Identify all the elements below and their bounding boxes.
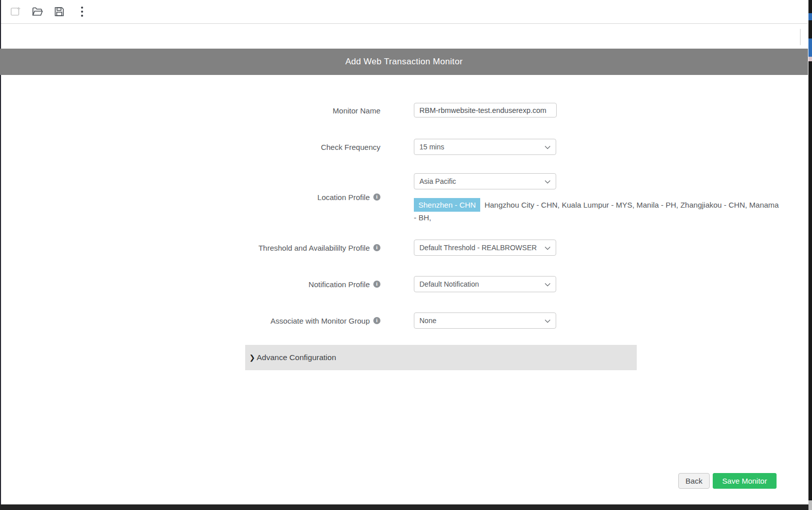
monitor-group-label: Associate with Monitor Group: [270, 317, 370, 325]
chevron-down-icon: [545, 177, 551, 186]
monitor-name-label-row: Monitor Name: [51, 103, 380, 117]
chevron-down-icon: [545, 243, 551, 252]
more-options-button[interactable]: [75, 5, 89, 18]
edge-accent: [808, 500, 812, 510]
threshold-profile-value: Default Threshold - REALBROWSER: [419, 244, 545, 252]
back-button-label: Back: [685, 477, 702, 485]
location-profile-label-row: Location Profile i: [51, 190, 380, 204]
location-profile-value: Asia Pacific: [419, 177, 545, 185]
save-button-toolbar[interactable]: [53, 5, 66, 18]
check-frequency-value: 15 mins: [419, 143, 545, 151]
selected-location-chip[interactable]: Shenzhen - CHN: [414, 198, 480, 212]
chevron-down-icon: [545, 280, 551, 289]
screen-right-edge: [808, 0, 812, 510]
info-icon[interactable]: i: [373, 193, 380, 201]
check-frequency-label: Check Frequency: [321, 143, 380, 151]
open-folder-button[interactable]: [31, 5, 44, 18]
new-file-icon: [10, 6, 22, 18]
notification-profile-select[interactable]: Default Notification: [414, 276, 556, 292]
notification-profile-label: Notification Profile: [308, 280, 370, 289]
edge-accent: [808, 13, 812, 20]
edge-accent: [808, 38, 812, 57]
check-frequency-label-row: Check Frequency: [51, 140, 380, 154]
page-title: Add Web Transaction Monitor: [345, 57, 463, 67]
open-folder-icon: [31, 6, 44, 18]
notification-profile-value: Default Notification: [419, 280, 545, 288]
location-profile-select[interactable]: Asia Pacific: [414, 173, 556, 189]
check-frequency-select[interactable]: 15 mins: [414, 139, 556, 155]
monitor-name-input[interactable]: [414, 103, 557, 117]
threshold-profile-select[interactable]: Default Threshold - REALBROWSER: [414, 240, 556, 256]
location-profile-label: Location Profile: [318, 193, 370, 202]
back-button[interactable]: Back: [678, 473, 710, 489]
threshold-profile-label-row: Threshold and Availabililty Profile i: [51, 241, 380, 255]
kebab-menu-icon: [81, 6, 84, 17]
monitor-group-value: None: [419, 317, 545, 325]
save-icon: [53, 6, 65, 18]
window-left-edge: [0, 0, 1, 510]
threshold-profile-label: Threshold and Availabililty Profile: [258, 244, 370, 252]
save-monitor-button[interactable]: Save Monitor: [713, 473, 777, 489]
info-icon[interactable]: i: [373, 244, 380, 251]
advance-configuration-toggle[interactable]: ❯ Advance Configuration: [245, 345, 637, 370]
screen-bottom-edge: [0, 504, 812, 510]
edge-accent: [808, 57, 812, 61]
chevron-right-icon: ❯: [249, 354, 255, 362]
chevron-down-icon: [545, 316, 551, 325]
dialog-header: Add Web Transaction Monitor: [0, 49, 808, 75]
location-list: Shenzhen - CHNHangzhou City - CHN, Kuala…: [414, 198, 780, 223]
advance-configuration-label: Advance Configuration: [257, 353, 336, 362]
monitor-group-select[interactable]: None: [414, 312, 556, 329]
chevron-down-icon: [545, 142, 551, 151]
monitor-name-label: Monitor Name: [333, 106, 380, 115]
notification-profile-label-row: Notification Profile i: [51, 277, 380, 291]
scrollbar-thumb[interactable]: [800, 29, 801, 45]
info-icon[interactable]: i: [373, 317, 380, 324]
toolbar: [1, 0, 808, 24]
info-icon[interactable]: i: [373, 281, 380, 288]
new-file-button[interactable]: [9, 5, 22, 18]
save-monitor-button-label: Save Monitor: [722, 477, 767, 485]
monitor-group-label-row: Associate with Monitor Group i: [51, 313, 380, 328]
